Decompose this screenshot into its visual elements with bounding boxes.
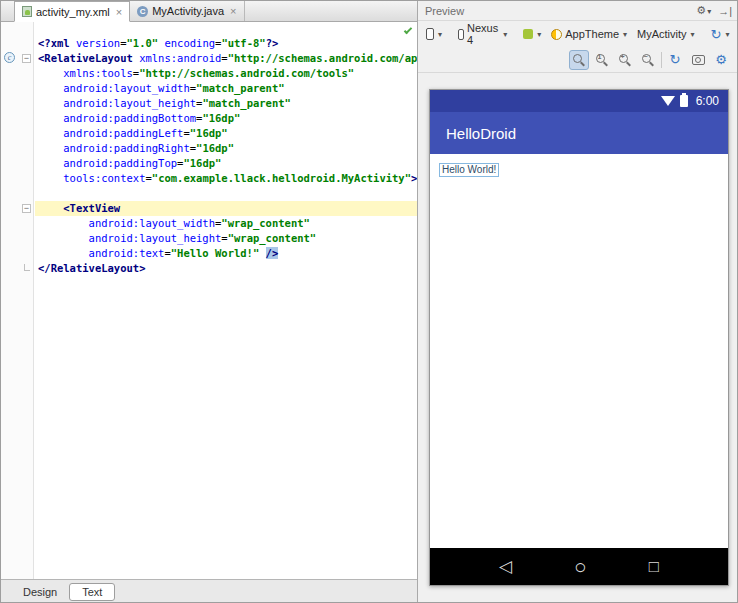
code-line[interactable]: android:paddingRight="16dp" [38, 141, 417, 156]
gutter-class-icon[interactable]: c [4, 52, 15, 63]
zoom-out-icon: − [641, 53, 655, 67]
tab-design[interactable]: Design [13, 584, 67, 600]
theme-selector[interactable]: AppTheme▾ [549, 26, 629, 42]
status-time: 6:00 [696, 94, 719, 108]
code-line[interactable]: android:layout_width="wrap_content" [38, 216, 417, 231]
chevron-down-icon: ▾ [537, 30, 541, 39]
preview-zoom-toolbar: 1 + − ↻ ⚙ [418, 47, 738, 73]
back-button-icon[interactable]: ◁ [499, 558, 512, 575]
device-label: Nexus 4 [467, 22, 499, 46]
preview-pane: Preview ⚙▾ →| ▾ Nexus 4▾ ▾ AppTheme▾ MyA… [417, 1, 738, 603]
refresh-icon: ↻ [670, 52, 681, 67]
editor-mode-tabs: Design Text [1, 579, 417, 603]
gear-icon: ⚙ [715, 52, 727, 67]
android-icon [523, 29, 533, 39]
navigation-bar: ◁ ○ □ [430, 548, 728, 585]
code-line[interactable]: tools:context="com.example.llack.hellodr… [38, 171, 417, 186]
zoom-fit-icon [572, 53, 586, 67]
zoom-in-button[interactable]: + [615, 50, 635, 70]
camera-icon [692, 55, 705, 65]
refresh-button[interactable]: ↻ [665, 50, 685, 70]
close-tab-icon[interactable]: × [230, 5, 236, 17]
close-tab-icon[interactable]: × [116, 6, 122, 18]
chevron-down-icon: ▾ [623, 30, 627, 39]
phone-content: Hello World! [430, 154, 728, 548]
fold-toggle-icon[interactable]: − [22, 54, 31, 63]
code-line[interactable]: android:paddingLeft="16dp" [38, 126, 417, 141]
toolbar-divider [661, 52, 662, 68]
code-line[interactable]: </RelativeLayout> [38, 261, 417, 276]
code-lines[interactable]: <?xml version="1.0" encoding="utf-8"?><R… [35, 22, 417, 579]
zoom-fit-button[interactable] [569, 50, 589, 70]
action-bar: HelloDroid [430, 112, 728, 154]
editor-tab-bar: activity_my.xml × C MyActivity.java × [1, 1, 417, 22]
code-line[interactable]: android:paddingTop="16dp" [38, 156, 417, 171]
tab-activity-my-xml[interactable]: activity_my.xml × [14, 1, 130, 22]
code-line[interactable]: xmlns:tools="http://schemas.android.com/… [38, 66, 417, 81]
code-line[interactable]: android:layout_height="wrap_content" [38, 231, 417, 246]
portrait-orientation-icon [426, 28, 434, 40]
hello-world-text[interactable]: Hello World! [439, 163, 499, 177]
code-line[interactable]: android:paddingBottom="16dp" [38, 111, 417, 126]
wifi-icon [661, 96, 675, 106]
chevron-down-icon: ▾ [438, 30, 442, 39]
preview-config-toolbar: ▾ Nexus 4▾ ▾ AppTheme▾ MyActivity▾ ↻▾ » [418, 21, 738, 47]
preview-title: Preview [425, 5, 464, 17]
tab-text[interactable]: Text [69, 583, 115, 601]
status-bar: 6:00 [430, 90, 728, 112]
chevron-down-icon: ▾ [707, 7, 711, 16]
theme-label: AppTheme [565, 28, 619, 40]
api-level-selector[interactable]: ▾ [521, 27, 543, 41]
screenshot-button[interactable] [688, 50, 708, 70]
fold-toggle-icon[interactable]: − [22, 204, 31, 213]
fold-end-icon [24, 264, 30, 271]
sync-icon: ↻ [711, 27, 722, 42]
java-class-icon: C [137, 6, 148, 17]
activity-label: MyActivity [637, 28, 687, 40]
chevron-down-icon: ▾ [503, 30, 507, 39]
device-preview[interactable]: 6:00 HelloDroid Hello World! ◁ ○ □ [429, 89, 729, 586]
zoom-actual-icon: 1 [595, 53, 609, 67]
preview-settings-icon[interactable]: ⚙▾ [696, 4, 711, 17]
preview-options-button[interactable]: ⚙ [711, 50, 731, 70]
hide-panel-icon[interactable]: →| [718, 5, 732, 17]
zoom-in-icon: + [618, 53, 632, 67]
zoom-out-button[interactable]: − [638, 50, 658, 70]
zoom-actual-button[interactable]: 1 [592, 50, 612, 70]
android-studio-window: activity_my.xml × C MyActivity.java × c−… [0, 0, 738, 603]
preview-header: Preview ⚙▾ →| [418, 1, 738, 21]
code-line[interactable] [38, 186, 417, 201]
activity-selector[interactable]: MyActivity▾ [635, 26, 697, 42]
code-line[interactable]: <RelativeLayout xmlns:android="http://sc… [38, 51, 417, 66]
code-line[interactable]: android:text="Hello World!" /> [38, 246, 417, 261]
locale-sync-selector[interactable]: ↻▾ [709, 25, 732, 44]
gutter: c−− [1, 22, 34, 579]
orientation-selector[interactable]: ▾ [424, 26, 444, 42]
theme-icon [551, 29, 562, 40]
tab-label: MyActivity.java [152, 5, 224, 17]
recents-button-icon[interactable]: □ [649, 558, 659, 575]
home-button-icon[interactable]: ○ [574, 556, 587, 577]
code-line[interactable]: android:layout_height="match_parent" [38, 96, 417, 111]
app-title: HelloDroid [446, 125, 516, 142]
android-xml-file-icon [22, 6, 32, 17]
code-line[interactable]: android:layout_width="match_parent" [38, 81, 417, 96]
chevron-down-icon: ▾ [691, 30, 695, 39]
code-line[interactable]: <TextView [35, 201, 417, 216]
code-line[interactable]: <?xml version="1.0" encoding="utf-8"?> [38, 36, 417, 51]
code-editor[interactable]: c−− <?xml version="1.0" encoding="utf-8"… [1, 22, 417, 579]
device-selector[interactable]: Nexus 4▾ [456, 20, 509, 48]
battery-icon [680, 95, 688, 107]
chevron-down-icon: ▾ [725, 30, 729, 39]
editor-pane: activity_my.xml × C MyActivity.java × c−… [1, 1, 417, 603]
tab-myactivity-java[interactable]: C MyActivity.java × [130, 1, 244, 21]
phone-icon [458, 29, 464, 40]
tab-label: activity_my.xml [36, 6, 110, 18]
